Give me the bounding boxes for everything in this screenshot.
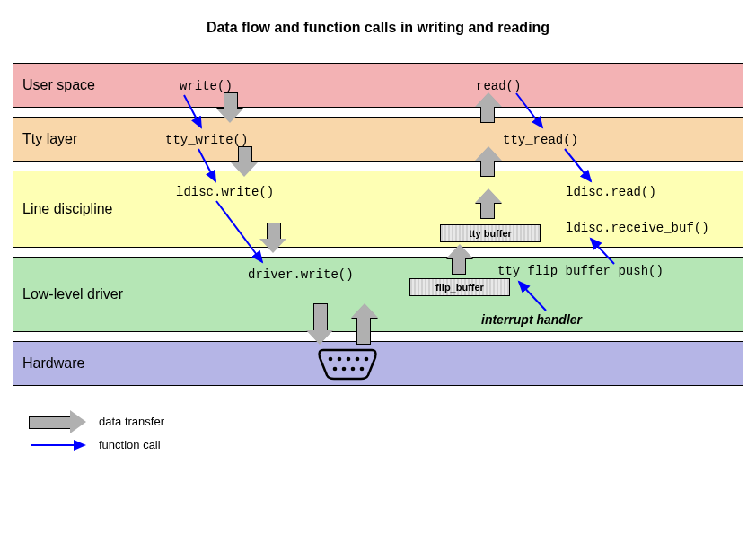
layer-label: Low-level driver [22, 286, 123, 302]
legend-function-call-label: function call [99, 438, 161, 451]
fn-arrow-icon [194, 145, 230, 187]
fn-ldisc-read: ldisc.read() [566, 185, 656, 199]
data-arrow-up-icon [476, 146, 501, 177]
legend-data-arrow-icon [29, 411, 88, 433]
data-arrow-down-icon [217, 92, 242, 123]
data-arrow-up-icon [476, 92, 501, 123]
fn-arrow-icon [584, 233, 620, 269]
svg-line-0 [184, 95, 201, 127]
svg-point-13 [342, 367, 347, 372]
data-arrow-up-icon [352, 303, 377, 345]
tty-buffer-box: tty buffer [440, 224, 541, 242]
svg-point-12 [333, 367, 338, 372]
layer-user-space: User space [13, 63, 743, 108]
fn-arrow-icon [512, 90, 557, 133]
layer-label: Line discipline [22, 201, 113, 217]
diagram-title: Data flow and function calls in writing … [0, 20, 756, 36]
fn-arrow-icon [180, 92, 215, 133]
svg-line-3 [516, 93, 542, 127]
data-arrow-up-icon [447, 244, 472, 275]
legend-data-transfer-label: data transfer [99, 415, 164, 428]
fn-arrow-icon [512, 276, 557, 316]
layer-label: Hardware [22, 355, 84, 372]
flip-buffer-box: flip_buffer [409, 278, 510, 296]
svg-line-6 [519, 282, 546, 311]
layer-label: User space [22, 77, 95, 93]
serial-connector-icon [316, 346, 379, 381]
svg-point-7 [329, 357, 333, 362]
svg-point-8 [338, 357, 342, 362]
svg-point-10 [356, 357, 360, 362]
svg-point-14 [351, 367, 356, 372]
legend-fn-arrow-icon [29, 436, 92, 454]
svg-line-2 [216, 201, 262, 262]
data-arrow-up-icon [476, 188, 501, 219]
fn-arrow-icon [560, 145, 605, 187]
layer-line-discipline: Line discipline [13, 171, 743, 248]
svg-point-15 [360, 367, 365, 372]
layer-label: Tty layer [22, 131, 77, 147]
svg-line-4 [565, 149, 591, 181]
fn-driver-write: driver.write() [248, 267, 354, 282]
fn-arrow-icon [212, 197, 275, 269]
svg-point-11 [365, 357, 369, 362]
svg-line-1 [198, 149, 215, 181]
data-arrow-down-icon [307, 303, 332, 345]
svg-point-9 [347, 357, 351, 362]
layer-tty: Tty layer [13, 117, 743, 162]
svg-line-5 [591, 239, 614, 264]
data-arrow-down-icon [232, 146, 257, 177]
